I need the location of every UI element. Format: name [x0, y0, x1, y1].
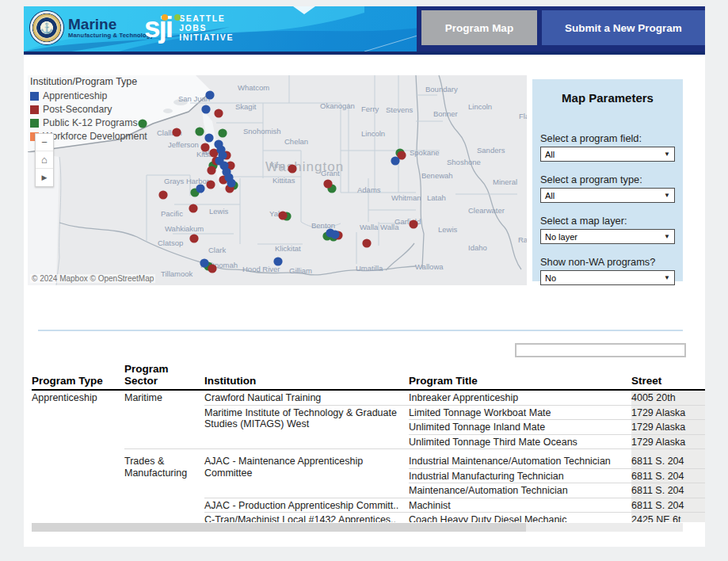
cell-street[interactable]: 6811 S. 204: [631, 483, 705, 498]
program-marker[interactable]: [189, 204, 197, 212]
county-label: Gilliam: [289, 266, 312, 275]
program-marker[interactable]: [227, 178, 235, 187]
cell-street[interactable]: 6811 S. 204: [631, 498, 705, 513]
cell-street[interactable]: 4005 20th: [631, 390, 705, 405]
cell-program-title[interactable]: Industrial Maintenance/Automation Techni…: [409, 449, 631, 469]
program-marker[interactable]: [409, 219, 417, 228]
program-marker[interactable]: [214, 109, 223, 117]
column-header-street[interactable]: Street: [631, 363, 705, 390]
cell-institution[interactable]: AJAC - Production Apprenticeship Committ…: [204, 498, 409, 513]
cell-institution[interactable]: Crawford Nautical Training: [204, 390, 409, 405]
program-marker[interactable]: [206, 180, 215, 189]
nav-button-submit-a-new-program[interactable]: Submit a New Program: [542, 10, 705, 45]
county-label: Snohomish: [243, 127, 281, 135]
table-search-input[interactable]: [515, 343, 686, 357]
county-label: Kittitas: [273, 176, 295, 185]
program-marker[interactable]: [362, 239, 371, 247]
cell-street[interactable]: 6811 S. 204: [631, 468, 705, 483]
state-label: Washington: [265, 159, 344, 174]
cell-type[interactable]: Apprenticeship: [32, 390, 124, 522]
program-marker[interactable]: [205, 90, 214, 99]
county-label: San Juan: [178, 94, 210, 103]
cell-program-title[interactable]: Industrial Manufacturing Technician: [409, 468, 631, 483]
cell-street[interactable]: 1729 Alaska: [631, 405, 705, 420]
program-marker[interactable]: [278, 211, 287, 219]
program-marker[interactable]: [189, 234, 198, 242]
column-header-program-type[interactable]: Program Type: [32, 363, 124, 390]
program-marker[interactable]: [201, 105, 210, 113]
map-control-pan-icon[interactable]: ▶: [36, 169, 53, 186]
scrollbar-thumb[interactable]: [32, 523, 526, 532]
program-marker[interactable]: [207, 166, 215, 174]
sji-logo-text: SEATTLEJOBSINITIATIVE: [179, 13, 234, 42]
nav-button-program-map[interactable]: Program Map: [421, 10, 537, 45]
map-controls: −⌂▶: [35, 133, 54, 187]
county-label: Sanders: [477, 146, 505, 155]
program-marker[interactable]: [172, 128, 181, 136]
county-label: Wahkiakum: [165, 224, 204, 233]
cell-sector[interactable]: Maritime: [124, 390, 204, 449]
legend-item[interactable]: Apprenticeship: [30, 90, 149, 101]
top-nav: Program MapSubmit a New Program: [417, 6, 705, 52]
program-marker[interactable]: [273, 257, 282, 265]
cell-institution[interactable]: AJAC - Maintenance Apprenticeship Commit…: [204, 449, 409, 498]
map-parameters-title: Map Parameters: [532, 79, 683, 105]
cell-program-title[interactable]: Inbreaker Apprenticeship: [409, 390, 631, 405]
column-header-program-title[interactable]: Program Title: [409, 363, 631, 390]
cell-street[interactable]: 6811 S. 204: [631, 449, 705, 469]
table-horizontal-scrollbar[interactable]: [32, 523, 683, 532]
cell-program-title[interactable]: Maintenance/Automation Technician: [409, 483, 631, 498]
county-label: Boundary: [425, 85, 458, 94]
county-label: Klickitat: [275, 244, 301, 253]
county-label: Lewis: [438, 225, 458, 234]
county-label: Jefferson: [168, 140, 199, 149]
county-label: Benewah: [421, 171, 453, 180]
program-marker[interactable]: [323, 179, 332, 188]
county-label: Bonner: [433, 109, 458, 118]
program-marker[interactable]: [391, 156, 399, 165]
param-selected-value: All: [545, 191, 555, 200]
program-marker[interactable]: [204, 133, 213, 142]
program-marker[interactable]: [196, 184, 204, 193]
county-label: Benton: [311, 221, 335, 230]
cell-program-title[interactable]: Coach Heavy Duty Diesel Mechanic: [409, 513, 631, 523]
map-layer-select[interactable]: No layer▼: [540, 229, 675, 244]
param-field-non-wa: Show non-WA programs?No▼: [540, 256, 675, 285]
county-label: Adams: [357, 185, 381, 194]
param-label: Select a program field:: [540, 132, 675, 144]
cell-institution[interactable]: C-Tran/Machinist Local #1432 Apprentices…: [204, 513, 409, 523]
program-marker[interactable]: [195, 127, 204, 135]
legend-item[interactable]: Public K-12 Programs: [30, 117, 149, 128]
cell-program-title[interactable]: Unlimited Tonnage Inland Mate: [409, 420, 631, 435]
program-table: Program TypeProgram SectorInstitutionPro…: [32, 363, 705, 522]
legend-swatch-icon: [30, 92, 39, 101]
cell-sector[interactable]: Trades & Manufacturing: [124, 449, 204, 523]
cell-program-title[interactable]: Unlimited Tonnage Third Mate Oceans: [409, 434, 631, 449]
county-label: Spokane: [410, 148, 440, 157]
cell-program-title[interactable]: Machinist: [409, 498, 631, 513]
map-control-zoom-out-icon[interactable]: −: [36, 134, 53, 151]
program-field-select[interactable]: All▼: [540, 147, 675, 162]
program-type-select[interactable]: All▼: [540, 188, 675, 203]
map-control-home-icon[interactable]: ⌂: [36, 151, 53, 169]
legend-item[interactable]: Post-Secondary: [30, 104, 149, 115]
param-field-program-type: Select a program type:All▼: [540, 174, 675, 203]
program-marker[interactable]: [200, 258, 208, 267]
program-marker[interactable]: [208, 264, 216, 273]
program-marker[interactable]: [288, 164, 296, 173]
cell-institution[interactable]: Maritime Institute of Technology & Gradu…: [204, 405, 409, 449]
cell-street[interactable]: 1729 Alaska: [631, 434, 705, 449]
program-marker[interactable]: [158, 190, 167, 199]
program-marker[interactable]: [330, 230, 339, 239]
legend-label: Public K-12 Programs: [43, 117, 138, 128]
column-header-institution[interactable]: Institution: [204, 363, 409, 390]
cell-street[interactable]: 1729 Alaska: [631, 420, 705, 435]
program-marker[interactable]: [218, 128, 227, 137]
cell-street[interactable]: 2425 NE 6t: [631, 513, 705, 523]
program-marker[interactable]: [200, 143, 209, 151]
county-label: Umatilla: [356, 264, 383, 273]
column-header-program-sector[interactable]: Program Sector: [124, 363, 204, 390]
sji-green-dot: [174, 14, 181, 21]
cell-program-title[interactable]: Limited Tonnage Workboat Mate: [409, 405, 631, 420]
non-wa-select[interactable]: No▼: [540, 270, 675, 285]
